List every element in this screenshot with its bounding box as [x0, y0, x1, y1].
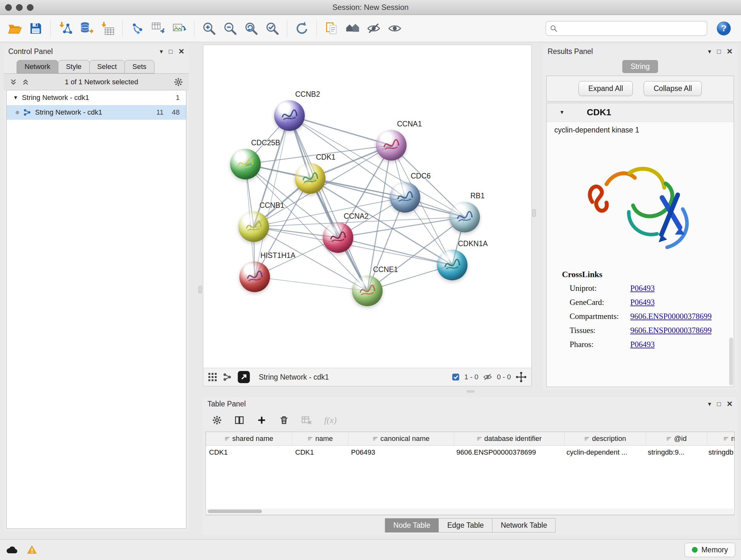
- hide-graphics-details-button[interactable]: [364, 18, 383, 38]
- detach-view-button[interactable]: [237, 370, 251, 384]
- crosslink-link[interactable]: 9606.ENSP00000378699: [630, 312, 712, 321]
- annotations-button[interactable]: [322, 18, 341, 38]
- zoom-out-button[interactable]: [220, 18, 240, 38]
- column-header-description[interactable]: description: [564, 432, 646, 445]
- zoom-selected-button[interactable]: [263, 18, 282, 38]
- node-ccna1[interactable]: [376, 130, 407, 161]
- crosslink-link[interactable]: P06493: [630, 284, 655, 293]
- export-image-button[interactable]: [170, 18, 189, 38]
- edge[interactable]: [338, 238, 452, 265]
- panel-close-icon[interactable]: ✕: [179, 48, 185, 55]
- zoom-window-button[interactable]: [27, 4, 33, 11]
- grid-view-icon[interactable]: [208, 372, 217, 382]
- expand-all-chevron-icon[interactable]: [10, 78, 17, 86]
- panel-collapse-icon[interactable]: ▾: [708, 48, 711, 55]
- network-collection-row[interactable]: ▼ String Network - cdk1 1: [7, 90, 186, 105]
- panel-collapse-icon[interactable]: ▾: [708, 401, 711, 407]
- edge[interactable]: [289, 116, 367, 291]
- results-scrollbar[interactable]: [729, 337, 733, 385]
- panel-float-icon[interactable]: □: [717, 48, 721, 55]
- neighborhood-button[interactable]: [343, 18, 362, 38]
- panel-float-icon[interactable]: □: [169, 48, 173, 55]
- collapse-all-button[interactable]: Collapse All: [644, 81, 702, 96]
- crosslink-link[interactable]: 9606.ENSP00000378699: [630, 326, 712, 335]
- panel-close-icon[interactable]: ✕: [727, 48, 733, 55]
- column-header-canonical-name[interactable]: canonical name: [348, 432, 454, 445]
- open-session-button[interactable]: [5, 18, 24, 38]
- node-ccnb1[interactable]: [239, 211, 269, 242]
- node-ccne1[interactable]: [352, 275, 383, 306]
- add-column-icon[interactable]: [257, 415, 267, 425]
- close-window-button[interactable]: [5, 4, 12, 11]
- import-network-button[interactable]: [56, 18, 75, 38]
- section-expand-icon[interactable]: ▼: [559, 110, 564, 115]
- search-input[interactable]: [560, 24, 703, 33]
- node-rb1[interactable]: [449, 202, 480, 233]
- import-network-from-database-button[interactable]: [77, 18, 96, 38]
- edge[interactable]: [255, 277, 367, 291]
- zoom-in-button[interactable]: [199, 18, 219, 38]
- birdseye-view-icon[interactable]: [222, 372, 232, 382]
- warning-icon[interactable]: [27, 545, 37, 555]
- column-header-database-identifier[interactable]: database identifier: [454, 432, 564, 445]
- edge[interactable]: [254, 116, 289, 227]
- table-settings-gear-icon[interactable]: [212, 415, 222, 425]
- tab-edge-table[interactable]: Edge Table: [439, 518, 492, 533]
- delete-column-icon[interactable]: [279, 415, 289, 425]
- import-table-button[interactable]: [98, 18, 117, 38]
- panel-collapse-icon[interactable]: ▾: [160, 48, 163, 55]
- collapse-all-chevron-icon[interactable]: [22, 78, 29, 86]
- node-ccna2[interactable]: [323, 222, 353, 253]
- pan-crosshair-icon[interactable]: [515, 371, 527, 383]
- show-graphics-details-button[interactable]: [385, 18, 404, 38]
- crosslink-link[interactable]: P06493: [630, 340, 655, 349]
- tab-style[interactable]: Style: [58, 60, 90, 73]
- network-row[interactable]: String Network - cdk1 11 48: [7, 105, 186, 120]
- node-hist1h1a[interactable]: [239, 261, 270, 292]
- network-canvas[interactable]: CCNB2CCNA1CDC25BCDK1CDC6RB1CCNB1CCNA2CDK…: [203, 45, 531, 368]
- tab-node-table[interactable]: Node Table: [385, 518, 439, 533]
- memory-button[interactable]: Memory: [684, 543, 735, 557]
- selected-checkbox-icon[interactable]: [452, 373, 460, 381]
- save-session-button[interactable]: [26, 18, 45, 38]
- panel-splitter-handle[interactable]: [532, 209, 536, 217]
- tab-network[interactable]: Network: [17, 60, 58, 73]
- cloud-icon[interactable]: [6, 545, 18, 554]
- column-header-namespace[interactable]: namespace: [707, 432, 735, 445]
- panel-splitter-handle[interactable]: [199, 286, 202, 294]
- table-horizontal-scrollbar[interactable]: [205, 509, 735, 515]
- gear-icon[interactable]: [174, 77, 183, 87]
- global-search[interactable]: [546, 21, 707, 36]
- tab-network-table[interactable]: Network Table: [492, 518, 556, 533]
- node-cdc6[interactable]: [390, 182, 420, 212]
- scrollbar-thumb[interactable]: [208, 509, 262, 513]
- tab-select[interactable]: Select: [89, 60, 125, 73]
- tree-expand-icon[interactable]: ▼: [13, 95, 18, 101]
- node-cdkn1a[interactable]: [437, 250, 468, 280]
- minimize-window-button[interactable]: [16, 4, 23, 11]
- function-builder-icon[interactable]: f(x): [324, 415, 337, 425]
- tab-string[interactable]: String: [622, 60, 658, 73]
- apply-layout-button[interactable]: [292, 18, 312, 38]
- hidden-eye-slash-icon[interactable]: [483, 372, 492, 382]
- network-from-table-button[interactable]: [149, 18, 168, 38]
- crosslink-link[interactable]: P06493: [630, 298, 655, 307]
- column-header-name[interactable]: name: [292, 432, 348, 445]
- new-network-from-selection-button[interactable]: [128, 18, 147, 38]
- column-header-@id[interactable]: @id: [646, 432, 707, 445]
- node-cdk1[interactable]: [295, 163, 326, 194]
- node-cdc25b[interactable]: [230, 149, 261, 179]
- panel-float-icon[interactable]: □: [717, 401, 721, 407]
- expand-all-button[interactable]: Expand All: [579, 81, 633, 96]
- column-header-shared-name[interactable]: shared name: [206, 432, 292, 445]
- node-ccnb2[interactable]: [274, 100, 305, 131]
- show-columns-icon[interactable]: [234, 415, 245, 425]
- protein-section-header[interactable]: ▼ CDK1: [547, 103, 734, 122]
- tab-sets[interactable]: Sets: [125, 60, 154, 73]
- horizontal-splitter-handle[interactable]: [467, 390, 475, 393]
- edge[interactable]: [289, 116, 391, 145]
- table-row[interactable]: CDK1CDK1P064939606.ENSP00000378699cyclin…: [206, 446, 734, 459]
- zoom-fit-button[interactable]: [242, 18, 261, 38]
- help-button[interactable]: ?: [714, 18, 733, 38]
- panel-close-icon[interactable]: ✕: [727, 400, 733, 408]
